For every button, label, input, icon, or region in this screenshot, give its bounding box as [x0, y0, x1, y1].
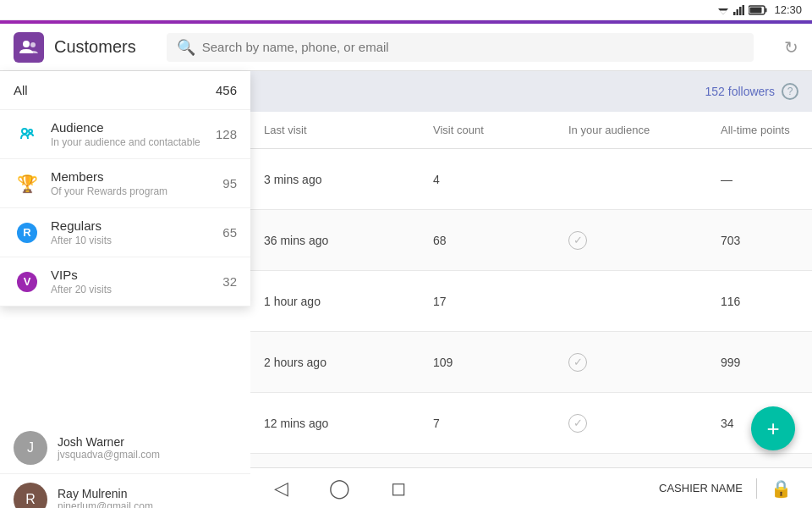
svg-rect-7 [765, 8, 767, 12]
audience-icon [14, 126, 41, 143]
page-title: Customers [54, 37, 136, 57]
signal-icon [733, 5, 745, 15]
members-count: 95 [222, 176, 237, 190]
vips-count: 32 [222, 274, 237, 289]
svg-marker-1 [720, 10, 727, 14]
search-bar[interactable]: 🔍 [167, 33, 754, 62]
table-row[interactable]: 1 hour ago 17 116 [250, 271, 812, 332]
cell-last-visit: 3 mins ago [264, 173, 433, 186]
svg-rect-5 [743, 5, 745, 15]
wifi-icon [716, 5, 730, 15]
svg-point-12 [29, 130, 32, 133]
search-input[interactable] [202, 40, 743, 54]
vips-text: VIPs After 20 visits [51, 268, 222, 295]
table-row[interactable]: 2 hours ago 109 ✓ 999 [250, 332, 812, 393]
regulars-text: Regulars After 10 visits [51, 218, 222, 246]
cell-last-visit: 2 hours ago [264, 356, 433, 369]
table-header: Last visit Visit count In your audience … [250, 112, 812, 149]
col-header-visit-count: Visit count [433, 124, 568, 136]
audience-check: ✓ [568, 353, 587, 372]
col-header-points: All-time points [721, 124, 798, 136]
recents-icon[interactable]: ◻ [391, 478, 406, 500]
status-bar: 12:30 [0, 0, 812, 20]
svg-point-9 [23, 41, 30, 47]
members-text: Members Of your Rewards program [51, 169, 222, 197]
cashier-label: CASHIER NAME [659, 482, 743, 494]
svg-rect-8 [750, 7, 762, 13]
avatar: R [14, 483, 47, 508]
svg-rect-4 [739, 7, 742, 15]
back-icon[interactable]: ◁ [274, 478, 288, 500]
table-row[interactable]: 12 mins ago 7 ✓ 34 [250, 393, 812, 454]
cell-visit-count: 7 [433, 417, 568, 430]
cell-last-visit: 12 mins ago [264, 417, 433, 430]
cell-in-audience: ✓ [568, 231, 721, 250]
table-row[interactable]: 3 mins ago 4 — [250, 149, 812, 210]
top-bar: Customers 🔍 ↻ [0, 24, 812, 71]
filter-dropdown: All 456 Audience In your audience and co… [0, 71, 250, 306]
divider [756, 478, 757, 499]
svg-rect-3 [737, 9, 739, 15]
refresh-button[interactable]: ↻ [784, 37, 798, 58]
regulars-count: 65 [222, 225, 237, 240]
filter-regulars[interactable]: R Regulars After 10 visits 65 [0, 208, 250, 257]
filter-audience[interactable]: Audience In your audience and contactabl… [0, 110, 250, 159]
app-icon [14, 32, 44, 63]
customer-info: Ray Mulrenin ninerlum@gmail.com [58, 487, 153, 508]
cell-points: 999 [721, 356, 798, 369]
svg-point-11 [22, 129, 27, 134]
right-panel: 152 followers ? Last visit Visit count I… [250, 71, 812, 467]
audience-text: Audience In your audience and contactabl… [51, 120, 216, 148]
battery-icon [749, 5, 767, 15]
search-icon: 🔍 [177, 38, 195, 57]
members-icon: 🏆 [14, 174, 41, 194]
audience-check: ✓ [568, 414, 587, 433]
customer-email: ninerlum@gmail.com [58, 500, 153, 508]
svg-rect-2 [733, 12, 736, 15]
cell-visit-count: 17 [433, 295, 568, 308]
col-header-in-audience: In your audience [568, 124, 721, 136]
customer-name: Josh Warner [58, 435, 160, 449]
cell-visit-count: 4 [433, 173, 568, 186]
time-display: 12:30 [774, 3, 802, 16]
customer-email: jvsquadva@gmail.com [58, 449, 160, 461]
list-item[interactable]: J Josh Warner jvsquadva@gmail.com [0, 422, 250, 474]
lock-icon[interactable]: 🔒 [771, 478, 792, 499]
filter-vips[interactable]: V VIPs After 20 visits 32 [0, 257, 250, 306]
status-icons: 12:30 [716, 3, 802, 16]
home-icon[interactable]: ◯ [329, 478, 350, 500]
audience-count: 128 [216, 127, 237, 141]
help-icon[interactable]: ? [782, 83, 798, 100]
filter-members[interactable]: 🏆 Members Of your Rewards program 95 [0, 159, 250, 208]
cell-last-visit: 36 mins ago [264, 234, 433, 247]
cell-visit-count: 109 [433, 356, 568, 369]
add-button[interactable]: + [751, 406, 795, 450]
table-row[interactable]: 36 mins ago 68 ✓ 703 [250, 210, 812, 271]
cell-in-audience: ✓ [568, 414, 721, 433]
filter-all-count: 456 [216, 83, 237, 97]
filter-all[interactable]: All 456 [0, 71, 250, 110]
cell-points: 703 [721, 234, 798, 247]
cell-visit-count: 68 [433, 234, 568, 247]
customers-icon [19, 38, 38, 57]
filter-all-label: All [14, 83, 28, 97]
main-area: J Josh Warner jvsquadva@gmail.com R Ray … [0, 71, 812, 467]
avatar: J [14, 431, 47, 465]
audience-check: ✓ [568, 231, 587, 250]
cell-points: 116 [721, 295, 798, 308]
customer-info: Josh Warner jvsquadva@gmail.com [58, 435, 160, 461]
regulars-icon: R [14, 223, 41, 243]
followers-link[interactable]: 152 followers [705, 85, 776, 98]
cell-last-visit: 1 hour ago [264, 295, 433, 308]
vips-icon: V [14, 272, 41, 292]
customer-name: Ray Mulrenin [58, 487, 153, 500]
cell-points: — [721, 173, 798, 186]
svg-point-10 [30, 42, 36, 47]
table-body: 3 mins ago 4 — 36 mins ago 68 ✓ 703 1 ho… [250, 149, 812, 454]
list-item[interactable]: R Ray Mulrenin ninerlum@gmail.com [0, 474, 250, 508]
cell-in-audience: ✓ [568, 353, 721, 372]
cashier-section: CASHIER NAME 🔒 [659, 478, 792, 499]
col-header-last-visit: Last visit [264, 124, 433, 136]
followers-bar: 152 followers ? [250, 71, 812, 112]
